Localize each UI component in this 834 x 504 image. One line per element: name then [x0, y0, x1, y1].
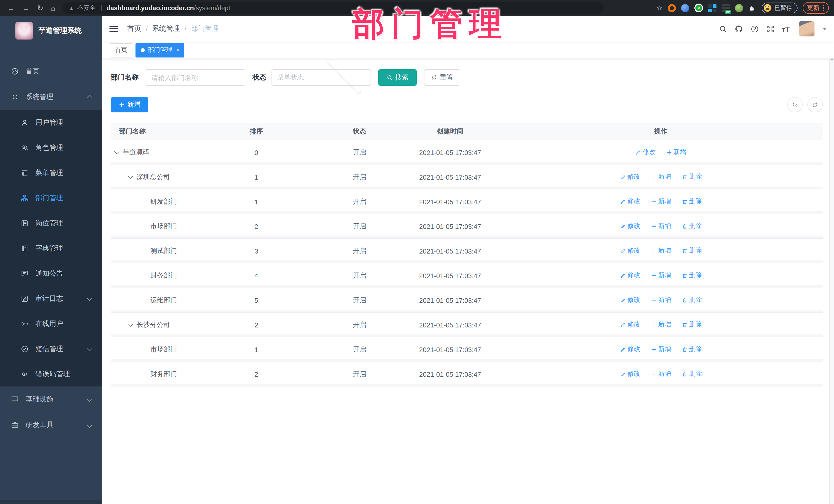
reset-button[interactable]: 重置 — [424, 69, 460, 86]
sidebar-item-7[interactable]: 字典管理 — [0, 236, 102, 261]
infra-icon — [11, 395, 19, 403]
sidebar-item-2[interactable]: 用户管理 — [0, 110, 102, 135]
extension-icon[interactable]: on — [722, 4, 730, 12]
sidebar-item-11[interactable]: 短信管理 — [0, 336, 102, 361]
app-logo-row[interactable]: 芋道管理系统 — [0, 16, 102, 45]
table-row: 市场部门 2 开启 2021-01-05 17:03:47 修改新增删除 — [111, 214, 823, 239]
expand-arrow-icon[interactable] — [114, 149, 119, 154]
sidebar-item-9[interactable]: 审计日志 — [0, 286, 102, 311]
row-action-trash[interactable]: 删除 — [681, 222, 702, 231]
extensions-puzzle-icon[interactable] — [748, 4, 756, 12]
sidebar-item-12[interactable]: 错误码管理 — [0, 361, 102, 387]
extension-icon[interactable] — [708, 4, 717, 12]
row-action-trash[interactable]: 删除 — [681, 296, 702, 305]
not-secure-label: 不安全 — [77, 4, 96, 12]
sidebar-item-5[interactable]: 部门管理 — [0, 185, 102, 211]
tag-home[interactable]: 首页 — [110, 43, 132, 57]
refresh-table-button[interactable] — [807, 97, 823, 112]
github-icon[interactable] — [734, 24, 743, 33]
col-header-sort: 排序 — [195, 123, 318, 140]
row-action-plus[interactable]: 新增 — [651, 271, 671, 280]
row-action-trash[interactable]: 删除 — [681, 321, 702, 329]
status-cell: 开启 — [318, 337, 401, 362]
errcode-icon — [21, 370, 29, 378]
page-scrollbar[interactable] — [829, 16, 834, 504]
row-action-trash[interactable]: 删除 — [681, 247, 702, 255]
browser-menu-icon[interactable] — [823, 5, 824, 11]
extension-icon[interactable] — [668, 4, 676, 12]
time-cell: 2021-01-05 17:03:47 — [401, 362, 499, 387]
bookmark-star-icon[interactable]: ☆ — [657, 4, 663, 12]
row-action-edit[interactable]: 修改 — [635, 148, 656, 157]
browser-reload-icon[interactable]: ↻ — [37, 4, 43, 12]
row-action-trash[interactable]: 删除 — [681, 345, 702, 354]
row-action-trash[interactable]: 删除 — [681, 173, 702, 181]
row-action-plus[interactable]: 新增 — [651, 173, 671, 181]
help-icon[interactable] — [750, 24, 759, 33]
toggle-search-button[interactable] — [787, 97, 803, 112]
row-action-edit[interactable]: 修改 — [620, 271, 640, 280]
row-action-plus[interactable]: 新增 — [651, 321, 671, 329]
browser-back-icon[interactable]: ← — [7, 4, 15, 12]
extension-icon[interactable] — [681, 4, 689, 12]
plus-icon — [651, 322, 657, 328]
row-action-plus[interactable]: 新增 — [651, 296, 671, 305]
sort-cell: 3 — [195, 239, 318, 263]
header-search-icon[interactable] — [718, 24, 727, 33]
row-action-trash[interactable]: 删除 — [681, 370, 702, 378]
browser-forward-icon[interactable]: → — [22, 4, 30, 12]
sidebar-item-8[interactable]: 通知公告 — [0, 261, 102, 286]
sidebar-item-14[interactable]: 研发工具 — [0, 412, 102, 438]
table-body: 芋道源码 0 开启 2021-01-05 17:03:47 修改新增 深圳总公司… — [111, 140, 823, 387]
row-action-plus[interactable]: 新增 — [651, 345, 671, 354]
user-avatar[interactable] — [799, 21, 814, 37]
row-actions: 修改新增删除 — [615, 296, 707, 305]
row-action-edit[interactable]: 修改 — [620, 247, 640, 255]
sidebar-collapse-icon[interactable] — [109, 25, 118, 32]
avatar-caret-icon[interactable] — [823, 27, 827, 30]
trash-icon — [681, 272, 687, 279]
fullscreen-icon[interactable] — [766, 24, 775, 33]
row-action-plus[interactable]: 新增 — [651, 247, 671, 255]
profile-paused-badge[interactable]: 已暂停 — [762, 3, 797, 13]
extension-icon[interactable]: v — [695, 4, 703, 12]
close-tag-icon[interactable]: × — [176, 47, 179, 53]
sidebar-item-4[interactable]: 菜单管理 — [0, 160, 102, 185]
breadcrumb-system[interactable]: 系统管理 — [152, 24, 180, 34]
browser-home-icon[interactable]: ⌂ — [50, 4, 55, 12]
row-action-plus[interactable]: 新增 — [651, 197, 671, 206]
sidebar-item-10[interactable]: 在线用户 — [0, 311, 102, 336]
row-action-edit[interactable]: 修改 — [620, 296, 640, 305]
search-button[interactable]: 搜索 — [378, 69, 417, 86]
row-action-edit[interactable]: 修改 — [620, 370, 640, 378]
sidebar-item-13[interactable]: 基础设施 — [0, 387, 102, 412]
row-action-edit[interactable]: 修改 — [620, 321, 640, 329]
tag-dept-active[interactable]: 部门管理 × — [135, 43, 184, 57]
address-bar[interactable]: ▲ 不安全 dashboard.yudao.iocoder.cn /system… — [62, 2, 603, 14]
row-action-plus[interactable]: 新增 — [651, 370, 671, 378]
sidebar-item-1[interactable]: 系统管理 — [0, 84, 102, 110]
sidebar-item-3[interactable]: 角色管理 — [0, 135, 102, 160]
expand-arrow-icon[interactable] — [128, 322, 133, 327]
row-action-trash[interactable]: 删除 — [681, 271, 702, 280]
row-action-plus[interactable]: 新增 — [651, 222, 671, 231]
app-logo — [15, 22, 33, 39]
dept-name-input[interactable] — [145, 69, 245, 86]
add-button[interactable]: 新增 — [111, 97, 148, 112]
row-action-edit[interactable]: 修改 — [620, 345, 640, 354]
row-action-edit[interactable]: 修改 — [620, 222, 640, 231]
row-actions: 修改新增删除 — [615, 345, 707, 354]
row-action-trash[interactable]: 删除 — [681, 197, 702, 206]
breadcrumb-home[interactable]: 首页 — [127, 24, 141, 34]
extension-icon[interactable] — [735, 4, 743, 12]
expand-arrow-icon[interactable] — [128, 174, 133, 179]
browser-update-button[interactable]: 更新 — [803, 2, 829, 14]
status-select[interactable]: 菜单状态 — [271, 69, 371, 86]
row-action-edit[interactable]: 修改 — [620, 197, 640, 206]
row-action-plus[interactable]: 新增 — [666, 148, 686, 157]
sidebar-item-6[interactable]: 岗位管理 — [0, 211, 102, 236]
row-action-edit[interactable]: 修改 — [620, 173, 640, 181]
font-size-icon[interactable]: TT — [782, 25, 790, 32]
trash-icon — [681, 346, 687, 353]
sidebar-item-0[interactable]: 首页 — [0, 59, 102, 84]
